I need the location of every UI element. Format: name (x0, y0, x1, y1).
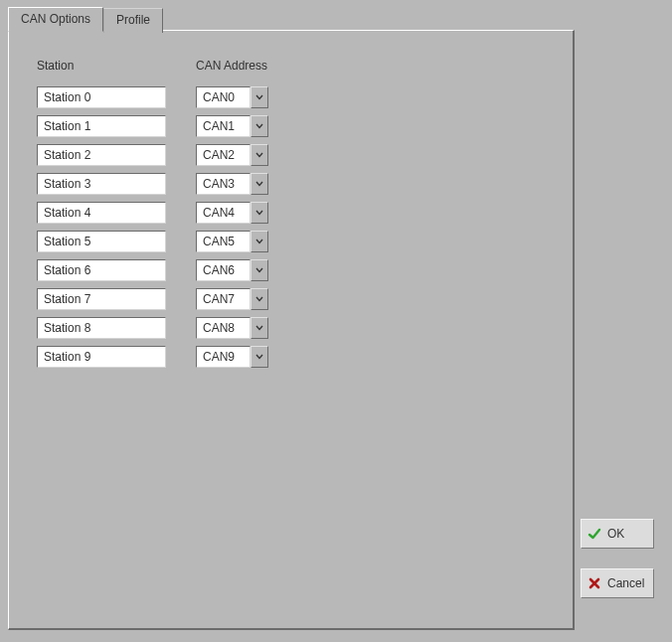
dialog: CAN Options Profile Station CAN Address … (8, 6, 664, 634)
station-input[interactable] (37, 231, 166, 252)
table-row: CAN6 (37, 259, 573, 281)
station-input[interactable] (37, 115, 166, 137)
can-address-value: CAN9 (196, 346, 251, 368)
ok-button-label: OK (607, 527, 624, 541)
table-row: CAN3 (37, 173, 573, 195)
tab-profile[interactable]: Profile (103, 8, 163, 33)
table-row: CAN5 (37, 231, 573, 252)
table-row: CAN4 (37, 202, 573, 224)
can-address-select[interactable]: CAN3 (196, 173, 268, 195)
can-address-value: CAN8 (196, 317, 251, 339)
chevron-down-icon[interactable] (251, 202, 268, 224)
can-address-value: CAN5 (196, 231, 251, 252)
chevron-down-icon[interactable] (251, 346, 268, 368)
chevron-down-icon[interactable] (251, 115, 268, 137)
station-input[interactable] (37, 317, 166, 339)
station-input[interactable] (37, 173, 166, 195)
can-address-select[interactable]: CAN5 (196, 231, 268, 252)
rows-container: CAN0CAN1CAN2CAN3CAN4CAN5CAN6CAN7CAN8CAN9 (37, 86, 573, 368)
can-address-value: CAN0 (196, 86, 251, 108)
chevron-down-icon[interactable] (251, 86, 268, 108)
can-address-select[interactable]: CAN6 (196, 259, 268, 281)
can-address-select[interactable]: CAN7 (196, 288, 268, 310)
chevron-down-icon[interactable] (251, 317, 268, 339)
can-address-select[interactable]: CAN4 (196, 202, 268, 224)
chevron-down-icon[interactable] (251, 173, 268, 195)
station-input[interactable] (37, 202, 166, 224)
station-input[interactable] (37, 346, 166, 368)
tab-can-options[interactable]: CAN Options (8, 7, 103, 32)
cancel-button-label: Cancel (607, 576, 644, 590)
panel-can-options: Station CAN Address CAN0CAN1CAN2CAN3CAN4… (8, 30, 575, 630)
tab-strip: CAN Options Profile (8, 6, 664, 31)
can-address-select[interactable]: CAN2 (196, 144, 268, 166)
can-address-value: CAN3 (196, 173, 251, 195)
can-address-value: CAN6 (196, 259, 251, 281)
can-address-value: CAN2 (196, 144, 251, 166)
can-address-value: CAN1 (196, 115, 251, 137)
ok-button[interactable]: OK (581, 519, 654, 549)
header-can-address: CAN Address (196, 59, 267, 73)
station-input[interactable] (37, 144, 166, 166)
check-icon (588, 527, 601, 541)
station-input[interactable] (37, 288, 166, 310)
can-address-select[interactable]: CAN1 (196, 115, 268, 137)
table-row: CAN8 (37, 317, 573, 339)
table-row: CAN1 (37, 115, 573, 137)
dialog-buttons: OK Cancel (581, 519, 654, 618)
column-headers: Station CAN Address (37, 59, 573, 73)
chevron-down-icon[interactable] (251, 259, 268, 281)
chevron-down-icon[interactable] (251, 288, 268, 310)
table-row: CAN0 (37, 86, 573, 108)
table-row: CAN2 (37, 144, 573, 166)
chevron-down-icon[interactable] (251, 231, 268, 252)
header-station: Station (37, 59, 196, 73)
table-row: CAN9 (37, 346, 573, 368)
can-address-value: CAN7 (196, 288, 251, 310)
chevron-down-icon[interactable] (251, 144, 268, 166)
station-input[interactable] (37, 259, 166, 281)
cross-icon (588, 576, 601, 590)
can-address-select[interactable]: CAN8 (196, 317, 268, 339)
can-address-select[interactable]: CAN0 (196, 86, 268, 108)
table-row: CAN7 (37, 288, 573, 310)
station-input[interactable] (37, 86, 166, 108)
can-address-select[interactable]: CAN9 (196, 346, 268, 368)
cancel-button[interactable]: Cancel (581, 568, 654, 598)
can-address-value: CAN4 (196, 202, 251, 224)
